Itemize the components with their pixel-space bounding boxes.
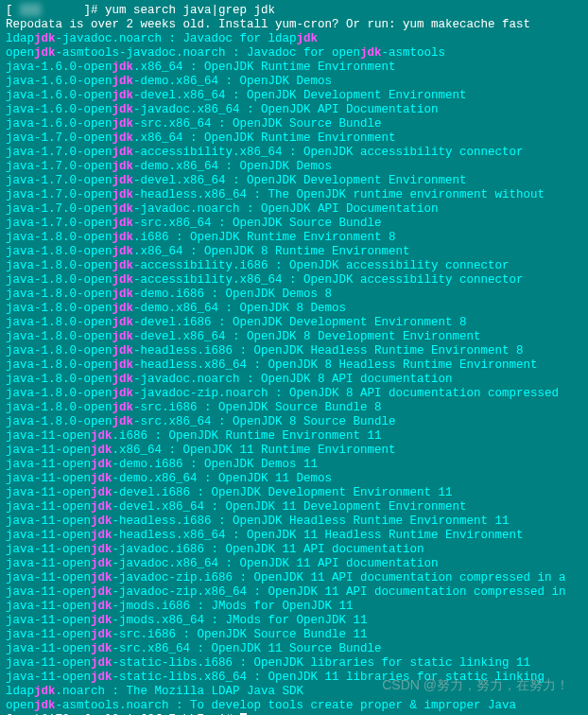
result-line: java-11-openjdk-jmods.i686 : JMods for O… bbox=[6, 600, 582, 614]
terminal-output: [ ███ ]# yum search java|grep jdk Repoda… bbox=[6, 4, 582, 715]
result-line: java-11-openjdk-demo.x86_64 : OpenJDK 11… bbox=[6, 472, 582, 486]
result-line: java-11-openjdk-static-libs.i686 : OpenJ… bbox=[6, 656, 582, 671]
result-line: java-1.8.0-openjdk-javadoc.noarch : Open… bbox=[6, 373, 582, 387]
command-text: yum search java|grep jdk bbox=[105, 4, 275, 17]
result-line: ldapjdk-javadoc.noarch : Javadoc for lda… bbox=[6, 32, 582, 46]
prompt-suffix: ]# bbox=[77, 4, 105, 17]
result-line: openjdk-asmtools-javadoc.noarch : Javado… bbox=[6, 46, 582, 61]
result-line: java-1.8.0-openjdk-devel.i686 : OpenJDK … bbox=[6, 316, 582, 330]
result-line: java-11-openjdk-jmods.x86_64 : JMods for… bbox=[6, 614, 582, 628]
result-line: java-1.8.0-openjdk-accessibility.x86_64 … bbox=[6, 273, 582, 288]
result-line: java-11-openjdk-javadoc-zip.i686 : OpenJ… bbox=[6, 571, 582, 585]
result-line: java-11-openjdk.i686 : OpenJDK Runtime E… bbox=[6, 429, 582, 444]
result-line: java-1.8.0-openjdk-demo.x86_64 : OpenJDK… bbox=[6, 302, 582, 316]
result-line: java-1.8.0-openjdk-devel.x86_64 : OpenJD… bbox=[6, 330, 582, 344]
result-line: java-1.8.0-openjdk-accessibility.i686 : … bbox=[6, 259, 582, 273]
result-line: java-1.8.0-openjdk-headless.i686 : OpenJ… bbox=[6, 344, 582, 358]
result-line: java-1.6.0-openjdk-src.x86_64 : OpenJDK … bbox=[6, 117, 582, 131]
result-line: java-1.8.0-openjdk-src.i686 : OpenJDK So… bbox=[6, 401, 582, 415]
hostname-obscured: ███ bbox=[20, 4, 77, 18]
prompt-line[interactable]: [ ███ ]# yum search java|grep jdk bbox=[6, 4, 582, 18]
result-line: java-11-openjdk-demo.i686 : OpenJDK Demo… bbox=[6, 458, 582, 472]
result-line: java-1.7.0-openjdk-accessibility.x86_64 … bbox=[6, 146, 582, 160]
result-line: java-11-openjdk-devel.i686 : OpenJDK Dev… bbox=[6, 486, 582, 500]
result-line: ldapjdk.noarch : The Mozilla LDAP Java S… bbox=[6, 685, 582, 699]
search-results: ldapjdk-javadoc.noarch : Javadoc for lda… bbox=[6, 32, 582, 713]
result-line: java-1.7.0-openjdk-src.x86_64 : OpenJDK … bbox=[6, 217, 582, 231]
result-line: java-1.7.0-openjdk-demo.x86_64 : OpenJDK… bbox=[6, 160, 582, 174]
result-line: java-11-openjdk-src.x86_64 : OpenJDK 11 … bbox=[6, 642, 582, 656]
repodata-warning: Repodata is over 2 weeks old. Install yu… bbox=[6, 18, 582, 32]
result-line: java-1.8.0-openjdk.x86_64 : OpenJDK 8 Ru… bbox=[6, 245, 582, 259]
result-line: java-1.7.0-openjdk.x86_64 : OpenJDK Runt… bbox=[6, 131, 582, 146]
result-line: java-1.8.0-openjdk-src.x86_64 : OpenJDK … bbox=[6, 415, 582, 429]
result-line: java-1.8.0-openjdk-headless.x86_64 : Ope… bbox=[6, 358, 582, 373]
result-line: java-1.8.0-openjdk-javadoc-zip.noarch : … bbox=[6, 387, 582, 401]
result-line: java-1.8.0-openjdk-demo.i686 : OpenJDK D… bbox=[6, 288, 582, 302]
result-line: openjdk-asmtools.noarch : To develop too… bbox=[6, 699, 582, 713]
result-line: java-1.6.0-openjdk-demo.x86_64 : OpenJDK… bbox=[6, 75, 582, 89]
result-line: java-1.6.0-openjdk-javadoc.x86_64 : Open… bbox=[6, 103, 582, 117]
result-line: java-1.7.0-openjdk-devel.x86_64 : OpenJD… bbox=[6, 174, 582, 188]
result-line: java-11-openjdk-devel.x86_64 : OpenJDK 1… bbox=[6, 500, 582, 514]
result-line: java-11-openjdk-javadoc-zip.x86_64 : Ope… bbox=[6, 585, 582, 600]
result-line: java-11-openjdk.x86_64 : OpenJDK 11 Runt… bbox=[6, 444, 582, 458]
result-line: java-11-openjdk-headless.x86_64 : OpenJD… bbox=[6, 529, 582, 543]
result-line: java-1.6.0-openjdk-devel.x86_64 : OpenJD… bbox=[6, 89, 582, 103]
result-line: java-11-openjdk-javadoc.x86_64 : OpenJDK… bbox=[6, 557, 582, 571]
result-line: java-11-openjdk-static-libs.x86_64 : Ope… bbox=[6, 671, 582, 685]
result-line: java-1.8.0-openjdk.i686 : OpenJDK Runtim… bbox=[6, 231, 582, 245]
result-line: java-11-openjdk-javadoc.i686 : OpenJDK 1… bbox=[6, 543, 582, 557]
result-line: java-11-openjdk-src.i686 : OpenJDK Sourc… bbox=[6, 628, 582, 642]
result-line: java-11-openjdk-headless.i686 : OpenJDK … bbox=[6, 514, 582, 529]
result-line: java-1.7.0-openjdk-javadoc.noarch : Open… bbox=[6, 202, 582, 217]
result-line: java-1.6.0-openjdk.x86_64 : OpenJDK Runt… bbox=[6, 61, 582, 75]
result-line: java-1.7.0-openjdk-headless.x86_64 : The… bbox=[6, 188, 582, 202]
prompt-prefix: [ bbox=[6, 4, 20, 17]
